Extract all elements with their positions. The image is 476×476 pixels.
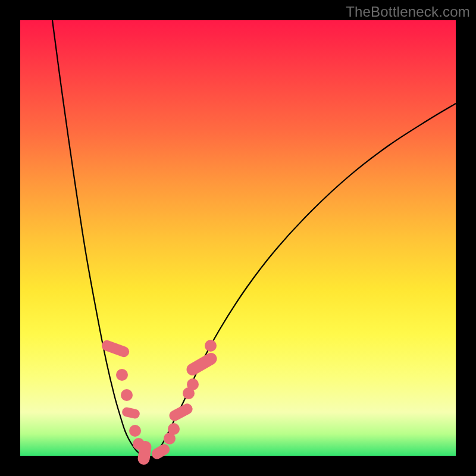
curve-right-branch: [154, 104, 456, 455]
data-marker-circle: [129, 425, 141, 437]
data-marker-circle: [121, 389, 133, 401]
outer-frame: TheBottleneck.com: [0, 0, 476, 476]
data-marker-pill: [150, 442, 172, 461]
data-marker-circle: [168, 423, 180, 435]
data-marker-pill: [167, 402, 195, 423]
data-marker-circle: [205, 340, 217, 352]
watermark-text: TheBottleneck.com: [346, 4, 470, 20]
plot-area: [20, 20, 456, 456]
markers-group: [100, 339, 219, 465]
chart-svg: [20, 20, 456, 456]
data-marker-pill: [184, 350, 219, 377]
data-marker-pill: [121, 406, 141, 419]
data-marker-circle: [187, 378, 199, 390]
data-marker-circle: [116, 369, 128, 381]
